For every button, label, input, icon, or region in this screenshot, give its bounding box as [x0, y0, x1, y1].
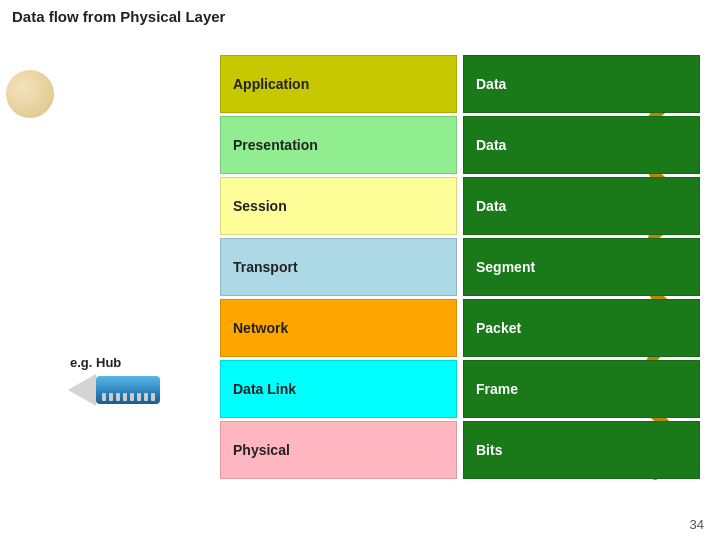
hub-port [123, 393, 127, 401]
eg-hub-label: e.g. Hub [70, 355, 121, 370]
hub-port [144, 393, 148, 401]
data-application: Data [463, 55, 700, 113]
hub-port [151, 393, 155, 401]
layers-column: Application Presentation Session Transpo… [220, 55, 457, 479]
layer-network: Network [220, 299, 457, 357]
data-presentation: Data [463, 116, 700, 174]
left-decoration [0, 60, 60, 480]
spiral-decoration [6, 70, 54, 118]
hub-icon [66, 374, 160, 406]
layer-datalink: Data Link [220, 360, 457, 418]
page-number: 34 [690, 517, 704, 532]
layer-physical: Physical [220, 421, 457, 479]
layer-transport: Transport [220, 238, 457, 296]
hub-port [137, 393, 141, 401]
hub-arrow-icon [68, 374, 96, 406]
hub-body [96, 376, 160, 404]
hub-port [102, 393, 106, 401]
hub-port [130, 393, 134, 401]
hub-port [116, 393, 120, 401]
osi-table: Application Presentation Session Transpo… [220, 55, 700, 479]
data-network: Packet [463, 299, 700, 357]
data-session: Data [463, 177, 700, 235]
hub-port [109, 393, 113, 401]
layer-application: Application [220, 55, 457, 113]
data-datalink: Frame [463, 360, 700, 418]
data-physical: Bits [463, 421, 700, 479]
data-column: Data Data Data Segment Packet Frame Bits [463, 55, 700, 479]
data-transport: Segment [463, 238, 700, 296]
page-title: Data flow from Physical Layer [12, 8, 225, 25]
layer-session: Session [220, 177, 457, 235]
left-side-panel: e.g. Hub [60, 55, 220, 406]
layer-presentation: Presentation [220, 116, 457, 174]
osi-diagram: e.g. Hub Application Presentation Sessio… [60, 55, 700, 500]
